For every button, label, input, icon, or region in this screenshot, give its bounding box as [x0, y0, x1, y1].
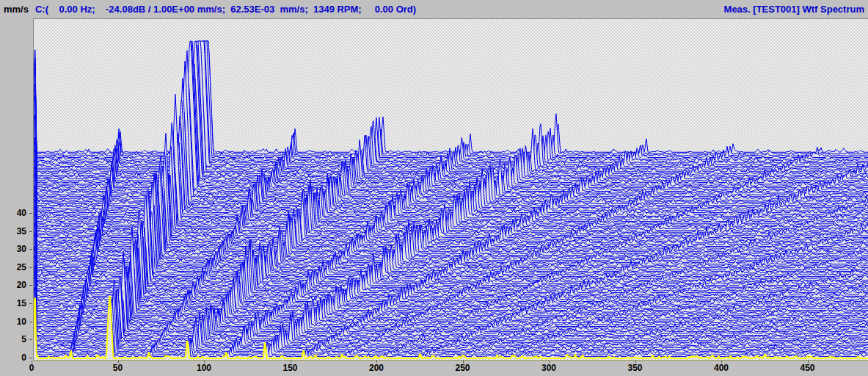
x-tick-mark: [463, 361, 464, 363]
x-tick-mark: [118, 361, 119, 363]
x-tick-label: 0: [17, 363, 46, 373]
x-tick-mark: [549, 361, 550, 363]
x-tick-label: 400: [707, 363, 736, 373]
x-tick-mark: [376, 361, 377, 363]
x-tick-label: 450: [793, 363, 823, 373]
waterfall-plot-area[interactable]: [33, 18, 868, 361]
y-tick-label: 40: [1, 208, 26, 218]
y-tick-label: 30: [1, 244, 26, 254]
x-tick-label: 300: [534, 363, 564, 373]
y-tick-mark: [29, 249, 32, 250]
x-tick-label: 250: [448, 363, 478, 373]
spectrum-analyzer-window: mm/s C:( 0.00 Hz; -24.08dB / 1.00E+00 mm…: [0, 0, 868, 376]
y-tick-label: 10: [1, 317, 26, 327]
y-tick-mark: [29, 303, 32, 304]
y-tick-mark: [29, 213, 32, 214]
x-tick-mark: [808, 361, 809, 363]
y-tick-label: 15: [1, 298, 26, 308]
x-tick-mark: [721, 361, 722, 363]
header-bar: mm/s C:( 0.00 Hz; -24.08dB / 1.00E+00 mm…: [0, 0, 868, 18]
amplitude-unit-label: mm/s: [0, 4, 29, 15]
x-tick-label: 150: [276, 363, 305, 373]
x-tick-mark: [291, 361, 291, 363]
x-tick-mark: [204, 361, 205, 363]
y-tick-mark: [29, 339, 32, 340]
y-tick-label: 25: [1, 262, 26, 272]
y-tick-label: 20: [1, 280, 26, 290]
x-tick-label: 200: [362, 363, 391, 373]
waterfall-canvas[interactable]: [34, 19, 868, 360]
y-tick-mark: [29, 285, 32, 286]
y-tick-mark: [29, 322, 32, 322]
x-tick-label: 100: [189, 363, 219, 373]
y-tick-label: 5: [1, 334, 26, 344]
y-tick-mark: [29, 267, 32, 268]
x-tick-label: 50: [103, 363, 133, 373]
y-tick-mark: [29, 358, 32, 358]
y-tick-label: 35: [1, 226, 26, 236]
x-axis-line: [33, 360, 868, 361]
cursor-readout: C:( 0.00 Hz; -24.08dB / 1.00E+00 mm/s; 6…: [29, 4, 416, 15]
y-tick-label: 0: [1, 352, 26, 363]
y-tick-mark: [29, 231, 32, 232]
x-tick-mark: [32, 361, 32, 363]
x-tick-mark: [635, 361, 636, 363]
x-tick-label: 350: [621, 363, 650, 373]
measurement-title: Meas. [TEST001] Wtf Spectrum: [724, 4, 868, 15]
